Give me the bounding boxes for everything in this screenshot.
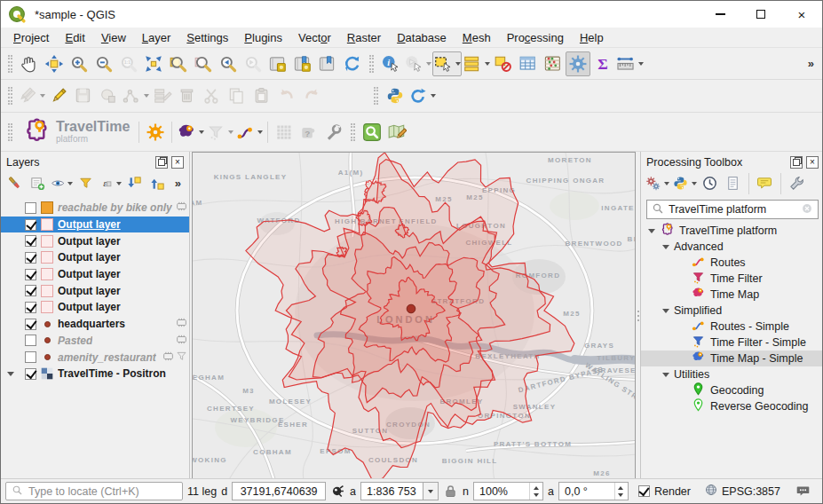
results-viewer-button[interactable] [722, 172, 744, 194]
layer-item[interactable]: reachable by bike only [1, 200, 189, 217]
dropdown-arrow-icon[interactable] [257, 130, 263, 134]
algorithm-time-map[interactable]: Time Map [641, 287, 823, 303]
redo-button[interactable] [299, 83, 324, 108]
measure-line-button[interactable] [615, 51, 645, 76]
toolbar-handle[interactable] [8, 55, 12, 73]
layer-item[interactable]: Output layer [1, 232, 189, 249]
layer-visibility-checkbox[interactable] [25, 351, 36, 363]
algorithm-geocoding[interactable]: Geocoding [641, 382, 823, 398]
minimize-button[interactable] [700, 1, 740, 28]
layer-item[interactable]: TravelTime - Positron [1, 366, 189, 382]
menu-vector[interactable]: Vector [290, 28, 339, 47]
dropdown-arrow-icon[interactable] [199, 130, 204, 134]
traveltime-configuration-button[interactable] [143, 120, 168, 145]
layers-panel-float-button[interactable] [155, 156, 168, 169]
toolbar-handle[interactable] [351, 123, 355, 141]
rotation-spinbox[interactable]: 0,0 ° [558, 482, 629, 500]
clear-search-icon[interactable] [801, 202, 813, 217]
menu-edit[interactable]: Edit [57, 28, 92, 47]
processing-panel-float-button[interactable] [790, 156, 803, 169]
traveltime-geoclick-button[interactable] [272, 120, 297, 145]
open-attribute-table-button[interactable] [516, 51, 541, 76]
traveltime-toolbox-button[interactable] [321, 120, 346, 145]
delete-selected-button[interactable] [175, 83, 200, 108]
menu-help[interactable]: Help [572, 28, 612, 47]
toolbar-handle[interactable] [374, 87, 378, 105]
zoom-out-button[interactable] [91, 51, 116, 76]
layer-visibility-checkbox[interactable] [25, 269, 36, 280]
algorithm-time-filter-simple[interactable]: Time Filter - Simple [641, 335, 823, 350]
dropdown-arrow-icon[interactable] [485, 62, 490, 66]
show-spatial-bookmarks-button[interactable] [315, 51, 340, 76]
crs-status[interactable]: EPSG:3857 [704, 483, 780, 500]
paste-features-button[interactable] [249, 83, 274, 108]
processing-options-button[interactable] [786, 172, 808, 194]
messages-bubble-icon[interactable] [795, 484, 811, 499]
layer-visibility-checkbox[interactable] [25, 252, 36, 264]
toolbar-handle[interactable] [369, 55, 374, 73]
pan-map-button[interactable] [17, 51, 42, 76]
collapse-all-button[interactable] [146, 172, 169, 194]
processing-search-input[interactable]: TravelTime platform [646, 200, 819, 219]
toolbar-overflow[interactable]: » [803, 57, 819, 70]
digitize-shape-button[interactable] [96, 83, 121, 108]
algorithm-routes[interactable]: Routes [641, 255, 823, 271]
algorithm-routes-simple[interactable]: Routes - Simple [641, 319, 823, 335]
layer-visibility-checkbox[interactable] [25, 219, 36, 231]
layer-visibility-checkbox[interactable] [25, 235, 36, 247]
edit-features-in-place-button[interactable] [754, 172, 776, 194]
select-features-by-value-button[interactable] [462, 51, 491, 76]
menu-layer[interactable]: Layer [134, 28, 179, 47]
traveltime-time-filter-button[interactable] [205, 120, 234, 145]
algorithm-time-map-simple[interactable]: Time Map - Simple [641, 350, 823, 366]
manage-map-themes-button[interactable] [50, 172, 74, 194]
layer-visibility-checkbox[interactable] [25, 335, 36, 346]
dropdown-arrow-icon[interactable] [67, 182, 73, 185]
undo-button[interactable] [274, 83, 299, 108]
dropdown-arrow-icon[interactable] [664, 182, 669, 185]
toggle-editing-button[interactable] [46, 83, 71, 108]
layer-item[interactable]: headquarters [1, 316, 189, 333]
models-menu-button[interactable] [644, 172, 670, 194]
layer-item[interactable]: Output layer [1, 299, 189, 316]
algorithm-time-filter[interactable]: Time Filter [641, 271, 823, 287]
layer-item[interactable]: Output layer [1, 282, 189, 299]
zoom-next-button[interactable] [241, 51, 265, 76]
dropdown-arrow-icon[interactable] [426, 62, 431, 66]
dropdown-arrow-icon[interactable] [116, 182, 122, 185]
dropdown-arrow-icon[interactable] [431, 94, 436, 98]
statistical-summary-button[interactable]: Σ [590, 51, 615, 76]
zoom-native-button[interactable]: 1:1 [116, 51, 141, 76]
run-feature-action-button[interactable] [403, 51, 432, 76]
open-field-calculator-button[interactable] [541, 51, 566, 76]
history-button[interactable] [699, 172, 721, 194]
layers-panel-close-button[interactable]: × [171, 156, 184, 169]
expander-icon[interactable] [662, 373, 669, 377]
magnifier-spinbox[interactable]: 100% [473, 482, 543, 500]
refresh-map-button[interactable] [340, 51, 365, 76]
layer-visibility-checkbox[interactable] [25, 202, 36, 214]
menu-settings[interactable]: Settings [178, 28, 236, 47]
spin-arrows[interactable] [529, 483, 542, 500]
toggle-processing-toolbox-button[interactable] [566, 51, 590, 76]
scale-combobox[interactable]: 1:836 753 [360, 482, 439, 500]
identify-features-button[interactable]: i [378, 51, 403, 76]
close-button[interactable]: × [781, 1, 822, 28]
scale-dropdown-arrow[interactable] [423, 483, 438, 500]
menu-plugins[interactable]: Plugins [236, 28, 290, 47]
menu-mesh[interactable]: Mesh [455, 28, 499, 47]
osm-place-search-button[interactable] [360, 120, 384, 145]
pan-to-selection-button[interactable] [42, 51, 67, 76]
copy-features-button[interactable] [225, 83, 249, 108]
menu-view[interactable]: View [93, 28, 134, 47]
dropdown-arrow-icon[interactable] [144, 94, 149, 98]
layer-item[interactable]: Pasted [1, 333, 189, 350]
layer-item[interactable]: Output layer [1, 217, 189, 233]
zoom-last-button[interactable] [216, 51, 241, 76]
scripts-menu-button[interactable] [671, 172, 698, 194]
dropdown-arrow-icon[interactable] [692, 182, 697, 185]
toolbar-handle[interactable] [8, 123, 12, 141]
algorithm-advanced[interactable]: Advanced [641, 239, 823, 255]
extents-icon[interactable] [330, 484, 345, 499]
modify-attributes-button[interactable] [150, 83, 175, 108]
